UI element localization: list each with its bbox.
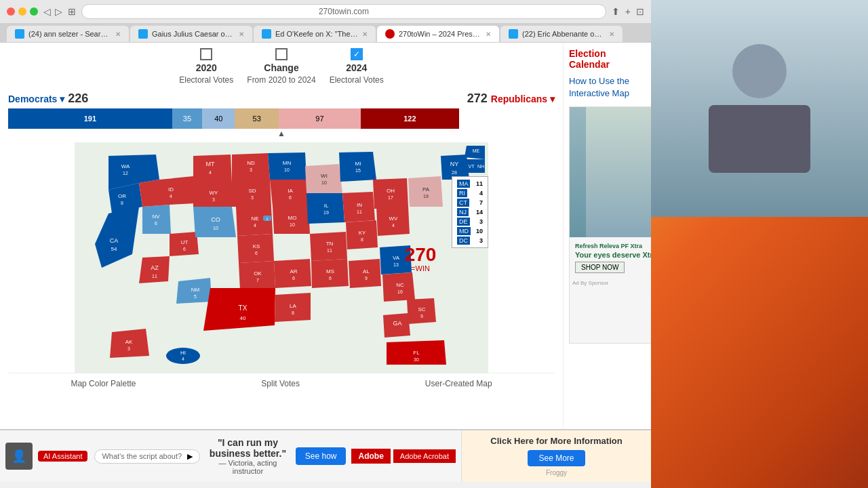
froggy-label: Froggy <box>546 469 567 476</box>
tab-2-label: Gaius Julius Caesar on X: "... <box>152 30 235 38</box>
checkbox-change[interactable] <box>275 48 288 60</box>
state-mn[interactable] <box>268 152 307 180</box>
checkbox-2020[interactable] <box>200 48 212 60</box>
electoral-bar[interactable]: 191 35 40 53 97 122 <box>8 108 555 129</box>
ne-dc-label: DC <box>457 237 470 245</box>
tab-1-close[interactable]: ✕ <box>115 30 121 38</box>
video-call-container <box>651 0 868 217</box>
svg-text:OH: OH <box>387 188 395 194</box>
svg-text:13: 13 <box>393 262 399 267</box>
svg-text:MO: MO <box>288 215 297 221</box>
nav-forward-icon[interactable]: ▷ <box>55 6 62 17</box>
svg-text:NV: NV <box>152 214 160 220</box>
tab-5[interactable]: (22) Eric Abbenante on X: "... ✕ <box>500 26 623 42</box>
traffic-light-minimize[interactable] <box>18 7 26 16</box>
ai-input-bar[interactable]: What's the script about? ▶ <box>94 449 200 464</box>
election-calendar-link[interactable]: Election Calendar <box>569 48 646 70</box>
right-sidebar: Election Calendar How to Use the Interac… <box>563 43 651 429</box>
tab-4[interactable]: 270toWin – 2024 Presidentia... ✕ <box>377 26 499 42</box>
state-nd[interactable] <box>232 153 270 180</box>
tab-2-favicon <box>138 29 148 39</box>
svg-text:AL: AL <box>363 268 370 274</box>
svg-text:OR: OR <box>118 193 126 199</box>
ad-cta-button[interactable]: See how <box>296 447 347 465</box>
user-map-label[interactable]: User-Created Map <box>425 379 492 388</box>
svg-text:16: 16 <box>397 289 403 294</box>
svg-text:15: 15 <box>355 168 361 173</box>
svg-text:AK: AK <box>125 339 133 345</box>
ne-ri-label: RI <box>457 189 467 197</box>
tab-3-close[interactable]: ✕ <box>362 30 368 38</box>
split-votes-label[interactable]: Split Votes <box>261 379 300 388</box>
svg-text:4: 4 <box>254 223 256 228</box>
svg-text:7: 7 <box>256 278 259 283</box>
checkbox-2024[interactable]: ✓ <box>351 48 363 60</box>
ne-ma-label: MA <box>457 180 471 188</box>
svg-text:IA: IA <box>288 188 293 194</box>
svg-text:MN: MN <box>283 160 292 166</box>
adobe-label: Adobe <box>351 449 390 464</box>
svg-text:30: 30 <box>414 357 419 362</box>
ai-assistant-badge: AI Assistant <box>38 451 87 462</box>
tab-3-label: Ed O'Keefe on X: "The vice p... <box>275 30 358 38</box>
tab-3-favicon <box>262 29 271 39</box>
share-icon[interactable]: ⬆ <box>612 6 620 17</box>
svg-text:KS: KS <box>253 243 260 249</box>
ne-md-row: MD 10 <box>454 226 486 236</box>
tab-2[interactable]: Gaius Julius Caesar on X: "... ✕ <box>130 26 252 42</box>
svg-text:MS: MS <box>326 268 334 274</box>
tab-5-close[interactable]: ✕ <box>609 30 614 38</box>
toggle-2020[interactable]: 2020 Electoral Votes <box>179 48 233 85</box>
ne-ct-row: CT 7 <box>454 198 486 207</box>
state-mt[interactable] <box>193 155 232 183</box>
ad-shop-button[interactable]: SHOP NOW <box>575 262 625 273</box>
northeast-states-panel: MA 11 RI 4 CT 7 NJ 14 <box>452 176 488 248</box>
svg-text:6: 6 <box>289 195 292 200</box>
bar-dem-likely: 35 <box>172 108 202 129</box>
tab-1[interactable]: (24) ann selzer - Search / X ✕ <box>7 26 129 42</box>
midpoint-marker: ▲ <box>277 129 285 138</box>
new-tab-icon[interactable]: + <box>625 6 631 17</box>
rep-party-label[interactable]: Republicans ▾ <box>491 94 555 104</box>
tab-2-close[interactable]: ✕ <box>239 30 244 38</box>
bottom-labels: Map Color Palette Split Votes User-Creat… <box>8 373 555 394</box>
dem-party-label[interactable]: Democrats ▾ <box>8 94 64 104</box>
svg-text:11: 11 <box>357 209 362 214</box>
svg-text:GA: GA <box>393 320 401 327</box>
svg-text:6: 6 <box>292 276 295 281</box>
traffic-light-maximize[interactable] <box>30 7 38 16</box>
state-mi[interactable] <box>339 152 376 182</box>
tab-3[interactable]: Ed O'Keefe on X: "The vice p... ✕ <box>254 26 376 42</box>
svg-text:KY: KY <box>359 230 366 236</box>
svg-text:6: 6 <box>155 221 157 226</box>
ad-text-area: Refresh Releva PF Xtra Your eyes deserve… <box>570 237 651 279</box>
svg-text:5: 5 <box>194 294 197 299</box>
ne-ri-row: RI 4 <box>454 188 486 198</box>
us-map-container[interactable]: WA 12 OR 8 CA 54 NV 6 <box>75 142 488 373</box>
extensions-icon[interactable]: ⊡ <box>636 6 644 17</box>
how-to-use-link[interactable]: How to Use the Interactive Map <box>569 75 646 100</box>
svg-text:TN: TN <box>326 241 334 247</box>
svg-text:NM: NM <box>191 287 200 293</box>
tab-4-favicon <box>385 29 395 39</box>
map-palette-label[interactable]: Map Color Palette <box>71 379 136 388</box>
svg-text:4: 4 <box>182 357 184 361</box>
toggle-2024[interactable]: ✓ 2024 Electoral Votes <box>330 48 384 85</box>
svg-text:40: 40 <box>240 315 246 321</box>
svg-text:9: 9 <box>420 314 423 319</box>
see-more-button[interactable]: See More <box>528 450 585 466</box>
traffic-light-close[interactable] <box>7 7 15 16</box>
bottom-ad-right: Click Here for More Information See More… <box>461 430 651 482</box>
toggle-change[interactable]: Change From 2020 to 2024 <box>247 48 315 85</box>
tab-4-close[interactable]: ✕ <box>486 30 491 38</box>
ne-dc-row: DC 3 <box>454 236 486 245</box>
sidebar-toggle-icon[interactable]: ⊞ <box>68 6 76 17</box>
nav-back-icon[interactable]: ◁ <box>43 6 51 17</box>
ad-person-figure <box>586 107 651 237</box>
ne-md-label: MD <box>457 227 471 235</box>
svg-text:SC: SC <box>418 306 425 312</box>
tab-4-label: 270toWin – 2024 Presidentia... <box>399 30 481 38</box>
ai-send-icon[interactable]: ▶ <box>187 452 193 461</box>
address-bar[interactable]: 270towin.com <box>81 4 606 19</box>
svg-text:4: 4 <box>392 223 395 228</box>
